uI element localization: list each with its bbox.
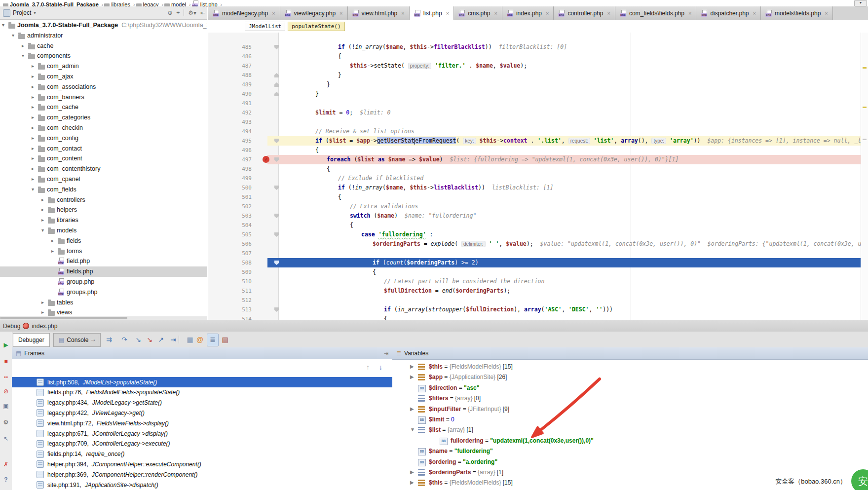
editor-tab-view-legacy-php[interactable]: view\legacy.php× — [280, 6, 348, 20]
code-text[interactable]: } — [283, 71, 861, 80]
tree-item-fields[interactable]: ▸fields — [0, 236, 207, 246]
close-tab-icon[interactable]: × — [272, 10, 275, 16]
settings-gear-icon[interactable]: ⚙▾ — [188, 9, 196, 16]
tree-expand-icon[interactable]: ▸ — [32, 125, 34, 130]
code-line[interactable]: 497✓foreach ($list as $name => $value)$l… — [208, 155, 861, 164]
fold-marker-icon[interactable] — [274, 73, 279, 77]
close-tab-icon[interactable]: × — [446, 10, 449, 16]
tree-item-com-admin[interactable]: ▸com_admin — [0, 61, 207, 72]
code-text[interactable]: { — [283, 52, 861, 61]
method-chip[interactable]: populateState() — [288, 22, 344, 31]
gutter-fold[interactable] — [271, 258, 283, 267]
variable-row--orderingparts[interactable]: ▶$orderingParts = {array} [1] — [406, 467, 868, 478]
code-line[interactable]: 488} — [208, 71, 861, 80]
code-text[interactable]: $orderingParts = explode( delimiter: ' '… — [283, 239, 861, 249]
breadcrumb-item[interactable]: libraries — [104, 1, 130, 6]
line-number[interactable]: 502 — [208, 202, 257, 211]
code-line[interactable]: 507 — [208, 249, 861, 258]
line-number[interactable]: 512 — [208, 296, 257, 305]
code-line[interactable]: 498{ — [208, 164, 861, 174]
frame-row[interactable]: legacy.php:422,JViewLegacy->get() — [12, 408, 392, 418]
gutter-fold[interactable] — [271, 296, 283, 305]
tree-expand-icon[interactable]: ▸ — [41, 309, 44, 315]
tree-item-fields-php[interactable]: fields.php — [0, 266, 207, 277]
code-line[interactable]: 495if ($list = $app->getUserStateFromReq… — [208, 136, 861, 146]
editor-tab-view-html-php[interactable]: view.html.php× — [348, 6, 410, 20]
code-line[interactable]: 504{ — [208, 221, 861, 230]
evaluate-expression-icon[interactable]: ▦ — [185, 334, 195, 345]
code-text[interactable]: { — [283, 221, 861, 230]
gutter-mark[interactable] — [257, 211, 271, 221]
tree-item-com-contact[interactable]: ▸com_contact — [0, 144, 207, 154]
line-number[interactable]: 508 — [208, 258, 257, 267]
frame-row[interactable]: helper.php:369,JComponentHelper::renderC… — [12, 469, 392, 480]
code-text[interactable]: // Extra validations — [283, 202, 861, 211]
code-line[interactable]: 496{ — [208, 146, 861, 155]
code-text[interactable]: if (!in_array($name, $this->filterBlackl… — [283, 42, 861, 52]
gutter-mark[interactable] — [257, 52, 271, 61]
tree-item-models[interactable]: ▾models — [0, 226, 207, 236]
line-number[interactable]: 498 — [208, 164, 257, 174]
gutter-fold[interactable] — [271, 174, 283, 183]
gutter-fold[interactable] — [271, 61, 283, 71]
code-line[interactable]: 491 — [208, 99, 861, 108]
tree-expand-icon[interactable]: ▸ — [41, 217, 44, 223]
code-text[interactable]: { — [283, 267, 861, 277]
editor-tab-list-php[interactable]: list.php× — [410, 6, 454, 20]
gutter-mark[interactable] — [257, 108, 271, 117]
tree-item-com-categories[interactable]: ▸com_categories — [0, 113, 207, 123]
step-into-icon[interactable]: ↘ — [133, 334, 144, 345]
code-text[interactable]: $fullDirection = end($orderingParts); — [283, 286, 861, 296]
pin-icon[interactable]: ⇥ — [384, 350, 388, 357]
code-line[interactable]: 500if (!in_array($name, $this->listBlack… — [208, 183, 861, 192]
gutter-fold[interactable] — [271, 183, 283, 192]
frame-row[interactable]: fields.php:14,require_once() — [12, 449, 392, 459]
breakpoint-icon[interactable]: ✓ — [263, 156, 269, 163]
fold-marker-icon[interactable] — [274, 92, 279, 96]
gutter-mark[interactable] — [257, 99, 271, 108]
tree-item-groups-php[interactable]: groups.php — [0, 287, 207, 298]
gutter-fold[interactable] — [271, 211, 283, 221]
step-out-icon[interactable]: ↗ — [155, 334, 166, 345]
variable-expand-icon[interactable]: ▶ — [410, 364, 414, 369]
code-line[interactable]: 501{ — [208, 192, 861, 202]
variable-row--name[interactable]: 88$name = "fullordering" — [406, 446, 868, 456]
tree-expand-icon[interactable]: ▸ — [32, 74, 34, 79]
code-text[interactable]: { — [283, 146, 861, 155]
code-line[interactable]: 506$orderingParts = explode( delimiter: … — [208, 239, 861, 249]
run-to-cursor-icon[interactable]: ⇥ — [168, 334, 179, 345]
gutter-fold[interactable] — [271, 202, 283, 211]
code-line[interactable]: 514{ — [208, 314, 861, 320]
tree-expand-icon[interactable]: ▸ — [32, 114, 34, 120]
gutter-fold[interactable] — [271, 108, 283, 117]
fold-marker-icon[interactable] — [274, 214, 279, 218]
breadcrumb-item[interactable]: list.php — [192, 0, 218, 6]
gutter-mark[interactable] — [257, 61, 271, 71]
code-line[interactable]: 505case 'fullordering' : — [208, 230, 861, 239]
variable-row--ordering[interactable]: 88$ordering = "a.ordering" — [406, 457, 868, 467]
code-text[interactable]: if (count($orderingParts) >= 2) — [283, 258, 861, 267]
tree-item-components[interactable]: ▾components — [0, 51, 207, 61]
breadcrumb-item[interactable]: Joomla_3.7.0-Stable-Full_Package — [3, 1, 99, 6]
gutter-fold[interactable] — [271, 286, 283, 296]
tree-item-administrator[interactable]: ▾administrator — [0, 31, 207, 41]
variable-expand-icon[interactable]: ▶ — [410, 469, 414, 475]
gutter-fold[interactable] — [271, 155, 283, 164]
scroll-to-source-icon[interactable]: ↖ — [0, 434, 12, 444]
tree-expand-icon[interactable]: ▾ — [41, 227, 44, 233]
code-line[interactable]: 492$limit = 0;$limit: 0 — [208, 108, 861, 117]
line-number[interactable]: 509 — [208, 267, 257, 277]
variable-row-fullordering[interactable]: 88fullordering = "updatexml(1,concat(0x3… — [406, 436, 868, 446]
tree-expand-icon[interactable]: ▸ — [32, 176, 34, 182]
class-chip[interactable]: JModelList — [245, 22, 285, 31]
tree-expand-icon[interactable]: ▾ — [32, 187, 34, 192]
collapse-all-icon[interactable]: ÷ — [177, 9, 180, 16]
line-number[interactable]: 488 — [208, 71, 257, 80]
variable-expand-icon[interactable]: ▶ — [410, 374, 414, 379]
tree-item-com-content[interactable]: ▸com_content — [0, 153, 207, 164]
gutter-mark[interactable]: ✓ — [257, 155, 271, 164]
gutter-fold[interactable] — [271, 80, 283, 89]
line-number[interactable]: 501 — [208, 192, 257, 202]
code-text[interactable]: switch ($name)$name: "fullordering" — [283, 211, 861, 221]
code-text[interactable]: $this->setState( property: 'filter.' . $… — [283, 61, 861, 71]
